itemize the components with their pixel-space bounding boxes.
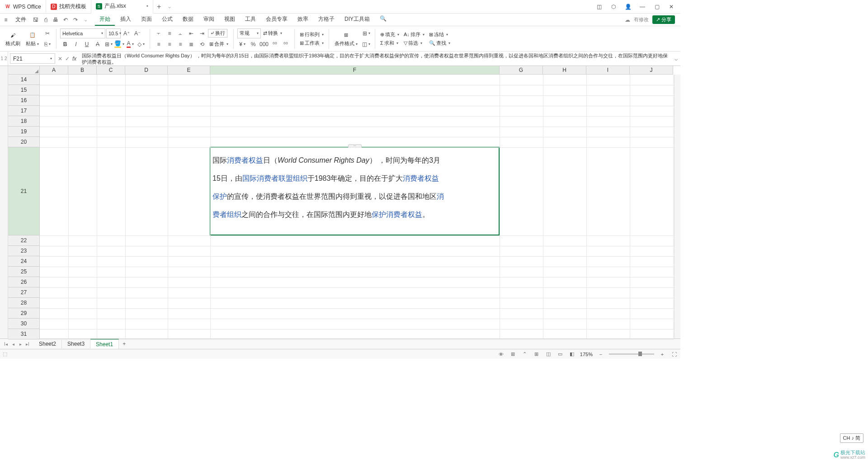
save-icon[interactable]: 🖫	[32, 16, 40, 24]
row-header-21[interactable]: 21	[8, 147, 39, 235]
freeze-button[interactable]: ⊞冻结▾	[428, 31, 452, 38]
tab-diy[interactable]: DIY工具箱	[340, 14, 374, 26]
decimal-dec-icon[interactable]: ⁰⁰	[281, 39, 291, 49]
align-middle-icon[interactable]: ≡	[165, 28, 175, 38]
grid-icon[interactable]: ⊞	[509, 351, 517, 358]
tab-data[interactable]: 数据	[178, 14, 198, 26]
active-cell[interactable]: ··· 国际消费者权益日（World Consumer Rights Day） …	[210, 147, 500, 235]
worksheet-button[interactable]: ⊞工作表▾	[298, 39, 325, 47]
fullscreen-icon[interactable]: ⛶	[670, 351, 678, 358]
zoom-in-icon[interactable]: +	[659, 351, 666, 358]
sheet-tab-sheet1[interactable]: Sheet1	[90, 339, 119, 349]
vertical-scrollbar[interactable]	[674, 75, 680, 338]
tab-wps[interactable]: W WPS Office	[0, 0, 46, 14]
eye-icon[interactable]: 👁	[498, 351, 505, 358]
sum-button[interactable]: Σ求和▾	[379, 39, 401, 47]
cond-format-button[interactable]: ⊞ 条件格式▾	[333, 30, 359, 48]
comma-icon[interactable]: 000	[259, 39, 269, 49]
col-header-d[interactable]: D	[125, 66, 168, 74]
border-icon[interactable]: ⊞▾	[104, 39, 113, 49]
reading-view-icon[interactable]: ◧	[568, 351, 576, 358]
format-painter-button[interactable]: 🖌 格式刷	[4, 30, 22, 48]
tab-grid-tools[interactable]: 方格子	[314, 14, 339, 26]
number-format-select[interactable]: 常规▾	[237, 28, 261, 38]
row-header-23[interactable]: 23	[8, 246, 39, 256]
apps-icon[interactable]: ⬡	[609, 2, 618, 11]
tab-page[interactable]: 页面	[137, 14, 156, 26]
sheet-next-icon[interactable]: ▸	[17, 342, 24, 347]
bold-icon[interactable]: B	[60, 39, 70, 49]
file-menu[interactable]: 文件	[12, 15, 30, 24]
row-header-24[interactable]: 24	[8, 256, 39, 267]
carat-icon[interactable]: ⌃	[521, 351, 528, 358]
accept-formula-icon[interactable]: ✓	[65, 56, 70, 62]
font-name-select[interactable]: Helvetica▾	[60, 28, 105, 38]
row-header-25[interactable]: 25	[8, 267, 39, 277]
cell-style-icon[interactable]: ◫▾	[361, 39, 371, 49]
zoom-out-icon[interactable]: −	[597, 351, 604, 358]
underline-icon[interactable]: U	[82, 39, 92, 49]
decimal-inc-icon[interactable]: ⁰⁰	[270, 39, 280, 49]
avatar-icon[interactable]: 👤	[623, 2, 632, 11]
row-header-16[interactable]: 16	[8, 95, 39, 106]
row-header-30[interactable]: 30	[8, 319, 39, 329]
orientation-icon[interactable]: ⟲	[197, 39, 207, 49]
tab-insert[interactable]: 插入	[116, 14, 136, 26]
font-size-select[interactable]: 10.5▾	[106, 28, 121, 38]
align-right-icon[interactable]: ≡	[175, 39, 185, 49]
row-header-27[interactable]: 27	[8, 287, 39, 298]
tab-tools[interactable]: 工具	[241, 14, 260, 26]
row-header-22[interactable]: 22	[8, 235, 39, 246]
row-header-20[interactable]: 20	[8, 137, 39, 147]
record-macro-icon[interactable]: ⬚	[3, 351, 7, 357]
row-col-button[interactable]: ⊞行和列▾	[298, 31, 325, 38]
page-break-icon[interactable]: ▭	[557, 351, 564, 358]
sheet-tab-sheet3[interactable]: Sheet3	[62, 339, 90, 348]
sheet-first-icon[interactable]: I◂	[3, 342, 9, 347]
col-header-b[interactable]: B	[68, 66, 97, 74]
tab-start[interactable]: 开始	[95, 14, 115, 26]
col-header-e[interactable]: E	[168, 66, 210, 74]
cloud-sync-icon[interactable]: ☁	[625, 17, 630, 23]
row-header-31[interactable]: 31	[8, 329, 39, 339]
indent-increase-icon[interactable]: ⇥	[197, 28, 207, 38]
maximize-button[interactable]: ▢	[652, 2, 661, 11]
justify-icon[interactable]: ≣	[186, 39, 196, 49]
tab-member[interactable]: 会员专享	[261, 14, 292, 26]
tab-templates[interactable]: D 找稻壳模板	[46, 0, 91, 14]
normal-view-icon[interactable]: ⊞	[533, 351, 540, 358]
strike-icon[interactable]: A	[93, 39, 103, 49]
print-icon[interactable]: ⎙	[42, 16, 50, 24]
convert-button[interactable]: ⇄转换▾	[262, 29, 283, 37]
col-header-a[interactable]: A	[40, 66, 68, 74]
clear-format-icon[interactable]: ◇▾	[136, 39, 146, 49]
menu-icon[interactable]: ≡	[2, 16, 10, 24]
print-preview-icon[interactable]: 🖶	[52, 16, 60, 24]
percent-icon[interactable]: %	[248, 39, 258, 49]
merge-button[interactable]: ⊞合并▾	[208, 40, 230, 48]
sort-button[interactable]: A↓排序▾	[402, 31, 426, 38]
row-header-14[interactable]: 14	[8, 75, 39, 85]
align-top-icon[interactable]: ⫟	[154, 28, 164, 38]
sheet-tab-sheet2[interactable]: Sheet2	[33, 339, 62, 348]
tab-list-button[interactable]: ⌵	[165, 4, 175, 9]
currency-icon[interactable]: ¥▾	[237, 39, 247, 49]
share-button[interactable]: ↗ 分享	[652, 15, 675, 24]
page-layout-icon[interactable]: ◫	[545, 351, 552, 358]
col-header-i[interactable]: I	[586, 66, 630, 74]
tab-formula[interactable]: 公式	[157, 14, 177, 26]
row-header-15[interactable]: 15	[8, 85, 39, 95]
row-header-26[interactable]: 26	[8, 277, 39, 287]
tab-efficiency[interactable]: 效率	[293, 14, 313, 26]
italic-icon[interactable]: I	[71, 39, 81, 49]
tab-product-xlsx[interactable]: S 产品.xlsx •	[91, 0, 153, 14]
formula-expand-icon[interactable]: ⌵	[671, 56, 680, 62]
wrap-text-button[interactable]: ⤶换行	[208, 29, 227, 38]
align-left-icon[interactable]: ≡	[154, 39, 164, 49]
sheet-prev-icon[interactable]: ◂	[10, 342, 16, 347]
zoom-slider[interactable]	[609, 353, 654, 355]
cancel-formula-icon[interactable]: ✕	[58, 56, 62, 62]
tab-view[interactable]: 视图	[220, 14, 240, 26]
cut-icon[interactable]: ✂	[42, 28, 52, 38]
col-header-j[interactable]: J	[630, 66, 673, 74]
